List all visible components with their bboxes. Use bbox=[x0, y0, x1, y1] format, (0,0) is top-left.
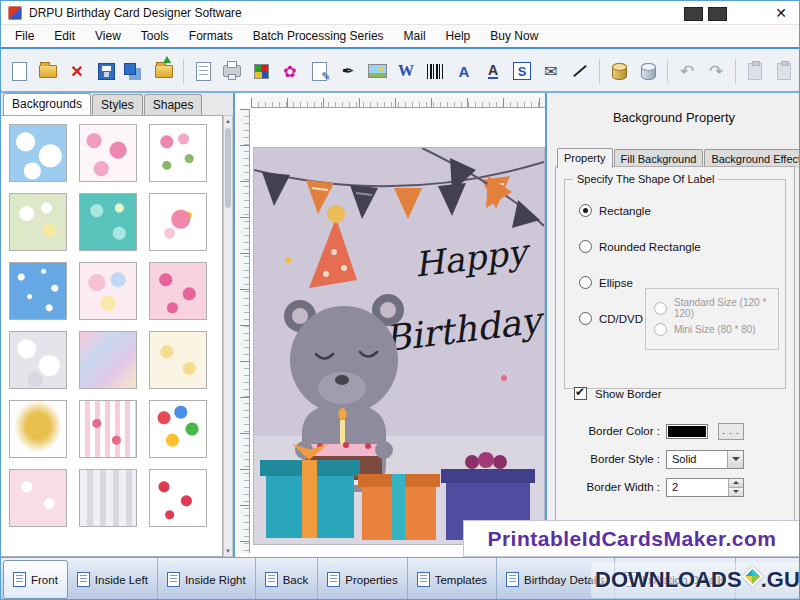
menu-item-mail[interactable]: Mail bbox=[394, 25, 436, 47]
folder-up-glyph bbox=[155, 65, 173, 78]
text-style-icon[interactable] bbox=[480, 58, 506, 84]
spinner-down-icon[interactable] bbox=[728, 487, 743, 496]
property-page: Specify The Shape Of Label Rectangle Rou… bbox=[555, 166, 795, 551]
radio-label: CD/DVD bbox=[599, 313, 643, 325]
clipart-icon[interactable] bbox=[277, 58, 303, 84]
signature-icon[interactable] bbox=[509, 58, 535, 84]
tab-front[interactable]: Front bbox=[3, 560, 68, 599]
tab-templates[interactable]: Templates bbox=[408, 558, 497, 600]
background-thumbnail[interactable] bbox=[79, 400, 137, 458]
menu-item-formats[interactable]: Formats bbox=[179, 25, 243, 47]
tab-shapes[interactable]: Shapes bbox=[144, 94, 203, 115]
menu-item-tools[interactable]: Tools bbox=[131, 25, 179, 47]
copy-icon[interactable] bbox=[742, 58, 768, 84]
radio-button-icon bbox=[579, 204, 592, 217]
tab-properties[interactable]: Properties bbox=[318, 558, 407, 600]
page-icon bbox=[77, 572, 90, 587]
tab-styles[interactable]: Styles bbox=[92, 94, 143, 115]
design-canvas[interactable]: Happy Birthday bbox=[233, 93, 547, 557]
background-thumbnail[interactable] bbox=[149, 400, 207, 458]
minimize-button[interactable] bbox=[684, 7, 703, 21]
database-icon[interactable] bbox=[606, 58, 632, 84]
background-thumbnail[interactable] bbox=[9, 469, 67, 527]
color-picker-button[interactable]: . . . bbox=[718, 423, 744, 440]
spinner-up-icon[interactable] bbox=[728, 479, 743, 487]
paste-icon[interactable] bbox=[771, 58, 797, 84]
scroll-down-icon[interactable]: ▼ bbox=[224, 546, 232, 556]
radio-rectangle[interactable]: Rectangle bbox=[579, 204, 651, 217]
word-art-icon[interactable] bbox=[393, 58, 419, 84]
color-palette-icon[interactable] bbox=[248, 58, 274, 84]
page-glyph: ✎ bbox=[312, 62, 327, 81]
border-style-dropdown[interactable]: Solid bbox=[666, 450, 744, 469]
maximize-button[interactable] bbox=[708, 7, 727, 21]
delete-icon[interactable] bbox=[64, 58, 90, 84]
background-thumbnail[interactable] bbox=[79, 193, 137, 251]
radio-cd-dvd[interactable]: CD/DVD bbox=[579, 312, 643, 325]
undo-icon[interactable] bbox=[674, 58, 700, 84]
menu-item-view[interactable]: View bbox=[85, 25, 131, 47]
line-glyph bbox=[571, 62, 589, 80]
page-glyph bbox=[12, 62, 27, 81]
print-icon[interactable] bbox=[219, 58, 245, 84]
edit-page-icon[interactable]: ✎ bbox=[306, 58, 332, 84]
radio-ellipse[interactable]: Ellipse bbox=[579, 276, 633, 289]
save-all-icon[interactable] bbox=[122, 58, 148, 84]
export-folder-icon[interactable] bbox=[151, 58, 177, 84]
insert-picture-icon[interactable] bbox=[364, 58, 390, 84]
email-icon[interactable] bbox=[538, 58, 564, 84]
save-icon[interactable] bbox=[93, 58, 119, 84]
redo-icon[interactable] bbox=[703, 58, 729, 84]
horizontal-ruler bbox=[251, 96, 545, 108]
background-thumbnail[interactable] bbox=[79, 262, 137, 320]
radio-mini-size[interactable]: Mini Size (80 * 80) bbox=[654, 323, 756, 336]
background-thumbnail[interactable] bbox=[79, 469, 137, 527]
border-width-spinner[interactable]: 2 bbox=[666, 478, 744, 497]
database-alt-icon[interactable] bbox=[635, 58, 661, 84]
toolbar: ✎ bbox=[1, 51, 799, 93]
new-document-icon[interactable] bbox=[6, 58, 32, 84]
gallery-scrollbar[interactable]: ▲ ▼ bbox=[223, 115, 233, 557]
background-thumbnail[interactable] bbox=[9, 262, 67, 320]
vertical-ruler bbox=[238, 109, 250, 553]
background-thumbnail[interactable] bbox=[9, 193, 67, 251]
menu-item-help[interactable]: Help bbox=[436, 25, 481, 47]
background-thumbnail[interactable] bbox=[79, 124, 137, 182]
menu-item-file[interactable]: File bbox=[5, 25, 44, 47]
tab-backgrounds[interactable]: Backgrounds bbox=[3, 93, 91, 115]
background-thumbnail[interactable] bbox=[149, 331, 207, 389]
barcode-icon[interactable] bbox=[422, 58, 448, 84]
background-thumbnail[interactable] bbox=[9, 400, 67, 458]
scroll-up-icon[interactable]: ▲ bbox=[224, 116, 232, 126]
pen-tool-icon[interactable] bbox=[335, 58, 361, 84]
menu-item-edit[interactable]: Edit bbox=[44, 25, 85, 47]
document-icon[interactable] bbox=[190, 58, 216, 84]
chevron-down-icon[interactable] bbox=[727, 451, 743, 468]
radio-label: Rectangle bbox=[599, 205, 651, 217]
tab-inside-right[interactable]: Inside Right bbox=[158, 558, 256, 600]
tab-property[interactable]: Property bbox=[557, 148, 613, 168]
radio-standard-size[interactable]: Standard Size (120 * 120) bbox=[654, 297, 778, 319]
background-thumbnail[interactable] bbox=[9, 124, 67, 182]
show-border-checkbox[interactable]: Show Border bbox=[574, 387, 661, 400]
background-thumbnail[interactable] bbox=[149, 193, 207, 251]
font-icon[interactable] bbox=[451, 58, 477, 84]
open-folder-icon[interactable] bbox=[35, 58, 61, 84]
background-thumbnail[interactable] bbox=[79, 331, 137, 389]
menu-item-buy-now[interactable]: Buy Now bbox=[480, 25, 548, 47]
line-tool-icon[interactable] bbox=[567, 58, 593, 84]
menu-item-batch-processing-series[interactable]: Batch Processing Series bbox=[243, 25, 394, 47]
tab-inside-left[interactable]: Inside Left bbox=[68, 558, 158, 600]
checkbox-icon bbox=[574, 387, 587, 400]
scrollbar-thumb[interactable] bbox=[225, 128, 231, 208]
background-thumbnail[interactable] bbox=[149, 262, 207, 320]
background-thumbnail[interactable] bbox=[149, 469, 207, 527]
border-color-swatch[interactable] bbox=[666, 424, 708, 439]
background-thumbnail[interactable] bbox=[9, 331, 67, 389]
background-thumbnail[interactable] bbox=[149, 124, 207, 182]
radio-rounded-rectangle[interactable]: Rounded Rectangle bbox=[579, 240, 701, 253]
card-artwork[interactable]: Happy Birthday bbox=[254, 148, 544, 544]
tab-back[interactable]: Back bbox=[256, 558, 319, 600]
backgrounds-gallery bbox=[1, 115, 223, 557]
close-button[interactable]: ✕ bbox=[769, 3, 793, 23]
